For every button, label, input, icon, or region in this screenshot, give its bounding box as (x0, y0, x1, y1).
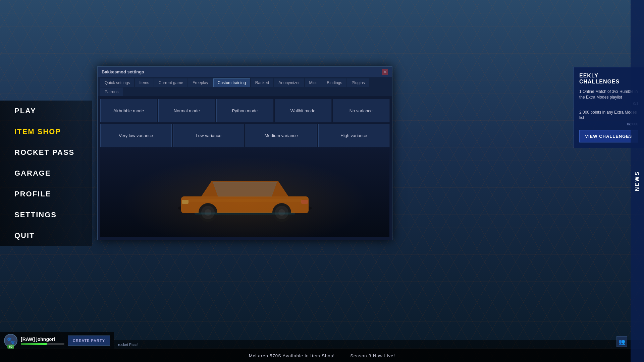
tab-misc[interactable]: Misc (305, 78, 322, 87)
tab-freeplay[interactable]: Freeplay (188, 78, 213, 87)
player-avatar: 🐾 80 (4, 334, 17, 347)
tab-patrons[interactable]: Patrons (100, 87, 123, 96)
tab-current-game[interactable]: Current game (154, 78, 187, 87)
mode-grid-bottom: Very low variance Low variance Medium va… (100, 124, 389, 147)
view-challenges-button[interactable]: VIEW CHALLENGES (579, 130, 638, 142)
player-info: [RAW] johngori (21, 337, 64, 345)
sidebar-item-item-shop[interactable]: ITEM SHOP (0, 121, 92, 142)
challenge-text-1: 1 Online Match of 3v3 Rumble in the Extr… (579, 89, 638, 100)
mode-card-medium-variance[interactable]: Medium variance (246, 124, 317, 147)
bakkesmod-dialog: Bakkesmod settings ✕ Quick settings Item… (97, 66, 392, 240)
player-level: 80 (7, 345, 14, 349)
challenge-progress-1: 0/1 (579, 102, 638, 106)
social-icon[interactable]: 👥 (616, 336, 627, 347)
tab-custom-training[interactable]: Custom training (213, 78, 250, 87)
challenge-item-2: 2,000 points in any Extra Modes list 0/2… (579, 110, 638, 126)
news-sidebar[interactable]: NEWS (631, 0, 644, 362)
mode-card-high-variance[interactable]: High variance (318, 124, 390, 147)
sidebar-item-settings[interactable]: SETTINGS (0, 204, 92, 225)
tab-plugins[interactable]: Plugins (347, 78, 369, 87)
car-preview (100, 148, 389, 237)
tab-ranked[interactable]: Ranked (251, 78, 273, 87)
news-label: NEWS (634, 171, 640, 191)
challenge-item-1: 1 Online Match of 3v3 Rumble in the Extr… (579, 89, 638, 106)
svg-rect-2 (188, 199, 302, 202)
car-svg (161, 160, 329, 227)
dialog-content: Airbribble mode Normal mode Python mode … (98, 96, 392, 240)
rocket-pass-ticker: rocket Pass! (114, 340, 644, 349)
ticker-right: Season 3 Now Live! (350, 353, 395, 358)
mode-card-wallhit[interactable]: Wallhit mode (275, 99, 331, 122)
ticker-separator (335, 353, 350, 358)
mode-card-no-variance[interactable]: No variance (333, 99, 389, 122)
ticker-left: McLaren 570S Available in Item Shop! (249, 353, 335, 358)
mode-card-very-low-variance[interactable]: Very low variance (100, 124, 172, 147)
weekly-challenges-title: EEKLY CHALLENGES (579, 73, 638, 85)
car-preview-area (100, 148, 389, 237)
player-xp-bar (21, 343, 64, 345)
sidebar-item-rocket-pass[interactable]: ROCKET PASS (0, 142, 92, 163)
tab-quick-settings[interactable]: Quick settings (100, 78, 134, 87)
tab-anonymizer[interactable]: Anonymizer (274, 78, 304, 87)
dialog-tabs: Quick settings Items Current game Freepl… (98, 77, 392, 96)
main-navigation: PLAY ITEM SHOP ROCKET PASS GARAGE PROFIL… (0, 101, 92, 246)
mode-card-low-variance[interactable]: Low variance (173, 124, 245, 147)
rocket-pass-text: rocket Pass! (118, 343, 139, 347)
tab-bindings[interactable]: Bindings (322, 78, 346, 87)
mode-card-normal[interactable]: Normal mode (158, 99, 215, 122)
mode-grid-top: Airbribble mode Normal mode Python mode … (100, 99, 389, 122)
svg-rect-9 (182, 200, 189, 204)
sidebar-item-garage[interactable]: GARAGE (0, 163, 92, 184)
svg-rect-11 (195, 213, 295, 215)
tab-items[interactable]: Items (135, 78, 153, 87)
player-xp-fill (21, 343, 47, 345)
create-party-button[interactable]: CREATE PARTY (68, 336, 110, 346)
player-name: [RAW] johngori (21, 337, 64, 342)
player-bar: 🐾 80 [RAW] johngori CREATE PARTY (0, 332, 114, 349)
sidebar-item-profile[interactable]: PROFILE (0, 184, 92, 204)
sidebar-item-quit[interactable]: QUIT (0, 225, 92, 246)
sidebar-item-play[interactable]: PLAY (0, 101, 92, 121)
challenge-text-2: 2,000 points in any Extra Modes list (579, 110, 638, 121)
close-button[interactable]: ✕ (382, 69, 388, 75)
dialog-titlebar: Bakkesmod settings ✕ (98, 67, 392, 77)
svg-rect-10 (301, 200, 308, 204)
mode-card-airbribble[interactable]: Airbribble mode (100, 99, 157, 122)
dialog-title: Bakkesmod settings (102, 69, 144, 74)
bottom-ticker-bar: McLaren 570S Available in Item Shop! Sea… (0, 349, 644, 362)
challenge-progress-2: 0/2000 (579, 122, 638, 126)
mode-card-python[interactable]: Python mode (216, 99, 273, 122)
